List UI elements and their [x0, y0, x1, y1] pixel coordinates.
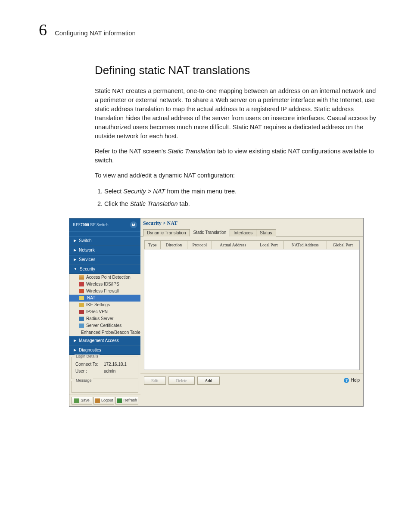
menu-security[interactable]: ▼Security [69, 264, 140, 274]
sidebar-item-ike-settings[interactable]: IKE Settings [69, 302, 140, 308]
add-button[interactable]: Add [197, 376, 219, 385]
radius-icon [79, 317, 84, 321]
user-value: admin [104, 369, 115, 373]
arrow-right-icon: ▶ [74, 249, 76, 252]
chapter-number: 6 [39, 22, 47, 38]
security-submenu: Access Point Detection Wireless IDS/IPS … [69, 274, 140, 336]
access-point-icon [79, 275, 84, 280]
message-box: Message [72, 381, 138, 393]
certificate-icon [79, 324, 84, 328]
arrow-down-icon: ▼ [74, 268, 77, 271]
col-local-port[interactable]: Local Port [254, 240, 283, 249]
sidebar: RFS7000 RF Switch M ▶Switch ▶Network ▶Se… [69, 218, 140, 406]
brand-bar: RFS7000 RF Switch M [69, 218, 140, 232]
tab-interfaces[interactable]: Interfaces [230, 229, 256, 236]
tab-static-translation[interactable]: Static Translation [190, 229, 230, 236]
help-button[interactable]: ? Help [344, 378, 360, 383]
refresh-button[interactable]: Refresh [115, 397, 138, 404]
user-label: User : [75, 369, 100, 373]
sidebar-item-wireless-firewall[interactable]: Wireless Firewall [69, 288, 140, 295]
app-screenshot: RFS7000 RF Switch M ▶Switch ▶Network ▶Se… [69, 218, 364, 407]
sidebar-item-wireless-ids-ips[interactable]: Wireless IDS/IPS [69, 281, 140, 288]
motorola-logo-icon: M [130, 221, 137, 228]
save-icon [74, 398, 79, 403]
section-heading: Defining static NAT translations [95, 64, 377, 77]
paragraph-action: To view and add/edit a dynamic NAT confi… [95, 171, 377, 180]
login-details-box: Login Details Connect To:172.16.10.1 Use… [72, 357, 138, 379]
paragraph-ref: Refer to the NAT screen's Static Transla… [95, 147, 377, 165]
col-global-port[interactable]: Global Port [327, 240, 359, 249]
step-2: Click the Static Translation tab. [104, 199, 377, 209]
paragraph-intro: Static NAT creates a permanent, one-to-o… [95, 87, 377, 141]
brand-text: RFS7000 RF Switch [73, 222, 109, 227]
logout-button[interactable]: Logout [93, 397, 115, 404]
refresh-icon [117, 398, 122, 403]
save-button[interactable]: Save [72, 397, 92, 404]
menu-switch[interactable]: ▶Switch [69, 236, 140, 246]
help-icon: ? [344, 378, 349, 383]
col-type[interactable]: Type [145, 240, 161, 249]
step-1: Select Security > NAT from the main menu… [104, 186, 377, 197]
menu-services[interactable]: ▶Services [69, 255, 140, 264]
arrow-right-icon: ▶ [74, 348, 76, 352]
connect-to-value: 172.16.10.1 [104, 362, 127, 367]
breadcrumb: Security > NAT [140, 218, 363, 228]
col-protocol[interactable]: Protocol [187, 240, 212, 249]
ike-icon [79, 303, 84, 307]
sidebar-item-ipsec-vpn[interactable]: IPSec VPN [69, 308, 140, 315]
logout-icon [95, 398, 100, 403]
tab-status[interactable]: Status [256, 229, 276, 236]
sidebar-item-nat[interactable]: NAT [69, 295, 140, 302]
nat-table: Type Direction Protocol Actual Address L… [144, 240, 360, 370]
arrow-right-icon: ▶ [74, 258, 76, 261]
sidebar-item-access-point-detection[interactable]: Access Point Detection [69, 274, 140, 281]
menu-diagnostics[interactable]: ▶Diagnostics [69, 345, 140, 355]
tab-bar: Dynamic Translation Static Translation I… [140, 228, 363, 236]
col-direction[interactable]: Direction [160, 240, 187, 249]
menu-management-access[interactable]: ▶Management Access [69, 336, 140, 345]
edit-button[interactable]: Edit [144, 376, 166, 385]
arrow-right-icon: ▶ [74, 339, 76, 342]
menu-network[interactable]: ▶Network [69, 246, 140, 255]
vpn-icon [79, 310, 84, 314]
nat-icon [79, 296, 84, 300]
sidebar-item-server-certificates[interactable]: Server Certificates [69, 322, 140, 329]
sidebar-item-radius-server[interactable]: Radius Server [69, 315, 140, 322]
arrow-right-icon: ▶ [74, 239, 76, 243]
sidebar-item-enhanced-probe[interactable]: Enhanced Probe/Beacon Table [69, 329, 140, 336]
tab-dynamic-translation[interactable]: Dynamic Translation [143, 229, 190, 236]
firewall-icon [79, 289, 84, 293]
chapter-title: Configuring NAT information [55, 30, 136, 36]
ids-icon [79, 282, 84, 286]
col-actual-address[interactable]: Actual Address [212, 240, 254, 249]
delete-button[interactable]: Delete [168, 376, 194, 385]
col-nated-address[interactable]: NATed Address [283, 240, 327, 249]
footer-bar: Edit Delete Add ? Help [140, 373, 363, 387]
steps-list: Select Security > NAT from the main menu… [95, 186, 377, 209]
connect-to-label: Connect To: [75, 362, 100, 367]
main-panel: Security > NAT Dynamic Translation Stati… [140, 218, 363, 406]
